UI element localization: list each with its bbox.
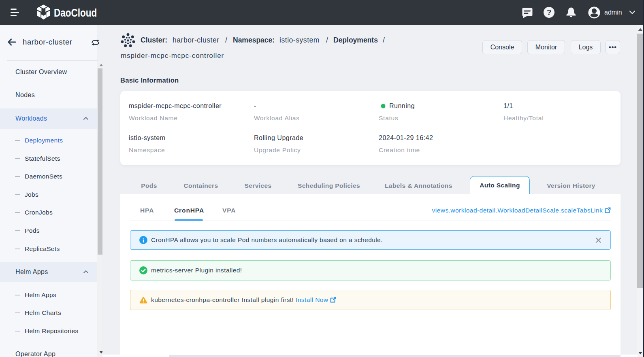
svg-text:i: i: [143, 237, 145, 244]
svg-text:?: ?: [547, 8, 552, 17]
